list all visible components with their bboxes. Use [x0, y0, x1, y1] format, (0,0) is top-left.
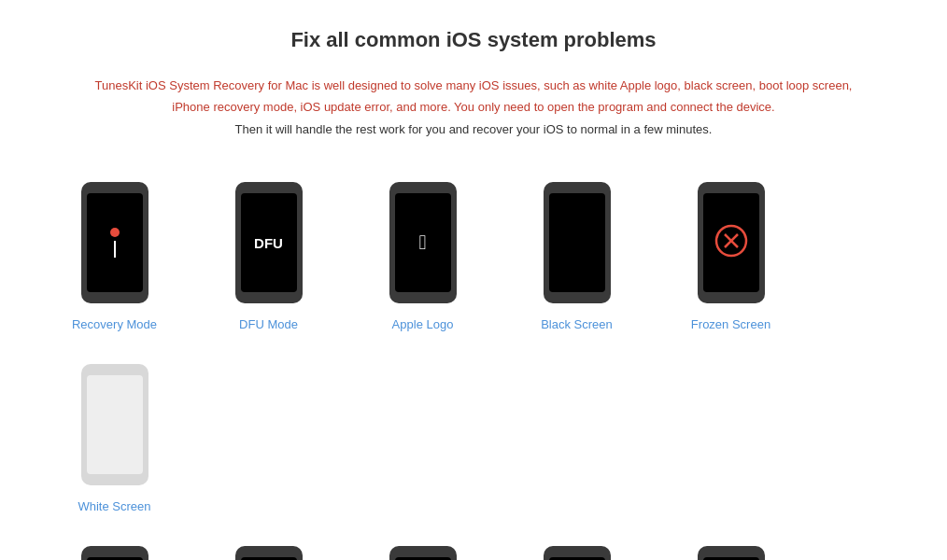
- phone-dfu: DFU: [229, 177, 308, 308]
- phone-body: ✕: [698, 546, 765, 560]
- phone-body: [81, 182, 148, 303]
- phone-body: 🔧 ✕: [544, 546, 611, 560]
- phone-screen: : [395, 193, 451, 292]
- frozen-x-icon: [714, 224, 748, 261]
- phone-bricked: ✕: [691, 541, 770, 560]
- phone-screen: [87, 375, 143, 474]
- phone-black: [537, 177, 616, 308]
- phone-recovery: [75, 177, 154, 308]
- phone-body: 🔒: [81, 546, 148, 560]
- black-screen-label: Black Screen: [541, 317, 613, 331]
- phone-bootloop: [229, 541, 308, 560]
- items-grid-row1: Recovery Mode DFU DFU Mode : [37, 177, 910, 541]
- item-update-failure[interactable]: iOS Update Failure: [346, 541, 500, 560]
- dfu-mode-label: DFU Mode: [239, 317, 298, 331]
- page-wrapper: Fix all common iOS system problems Tunes…: [0, 0, 947, 560]
- item-disabled-screen[interactable]: 🔒 Disabled Screen: [37, 541, 191, 560]
- description: TunesKit iOS System Recovery for Mac is …: [81, 75, 866, 140]
- phone-frozen: [691, 177, 770, 308]
- item-apple-logo[interactable]:  Apple Logo: [346, 177, 500, 331]
- phone-restore: 🔧 ✕: [537, 541, 616, 560]
- white-screen-label: White Screen: [78, 499, 150, 513]
- line-icon: [114, 241, 116, 258]
- dfu-text-icon: DFU: [254, 235, 283, 251]
- phone-screen: [87, 193, 143, 292]
- phone-update: [383, 541, 462, 560]
- item-dfu-mode[interactable]: DFU DFU Mode: [191, 177, 346, 331]
- red-dot-icon: [110, 228, 120, 237]
- phone-body: DFU: [235, 182, 303, 303]
- item-white-screen[interactable]: White Screen: [37, 359, 191, 513]
- phone-body: [544, 182, 611, 303]
- phone-apple: : [383, 177, 462, 308]
- item-iphone-bricked[interactable]: ✕ iPhone Bricked: [654, 541, 808, 560]
- item-black-screen[interactable]: Black Screen: [500, 177, 654, 331]
- phone-body: [698, 182, 765, 303]
- frozen-screen-label: Frozen Screen: [691, 317, 770, 331]
- phone-screen: DFU: [241, 193, 297, 292]
- item-recovery-mode[interactable]: Recovery Mode: [37, 177, 191, 331]
- phone-disabled: 🔒: [75, 541, 154, 560]
- phone-screen: [549, 193, 605, 292]
- item-restore-failure[interactable]: 🔧 ✕ iOS Restore Failure: [500, 541, 654, 560]
- phone-body: [389, 546, 457, 560]
- item-boot-loop[interactable]: iPhone Boot Loop: [191, 541, 346, 560]
- apple-icon: : [418, 231, 426, 255]
- phone-screen: [703, 193, 759, 292]
- phone-white: [75, 359, 154, 490]
- phone-body: [235, 546, 303, 560]
- phone-body: [81, 364, 148, 485]
- phone-body: : [389, 182, 457, 303]
- recovery-mode-label: Recovery Mode: [72, 317, 157, 331]
- item-frozen-screen[interactable]: Frozen Screen: [654, 177, 808, 331]
- desc-text1: TunesKit iOS System Recovery for Mac is …: [95, 78, 853, 114]
- apple-logo-label: Apple Logo: [392, 317, 454, 331]
- page-title: Fix all common iOS system problems: [37, 28, 910, 52]
- items-grid-row2: 🔒 Disabled Screen iPhone Boot Loop: [37, 541, 910, 560]
- desc-text2: Then it will handle the rest work for yo…: [235, 122, 713, 136]
